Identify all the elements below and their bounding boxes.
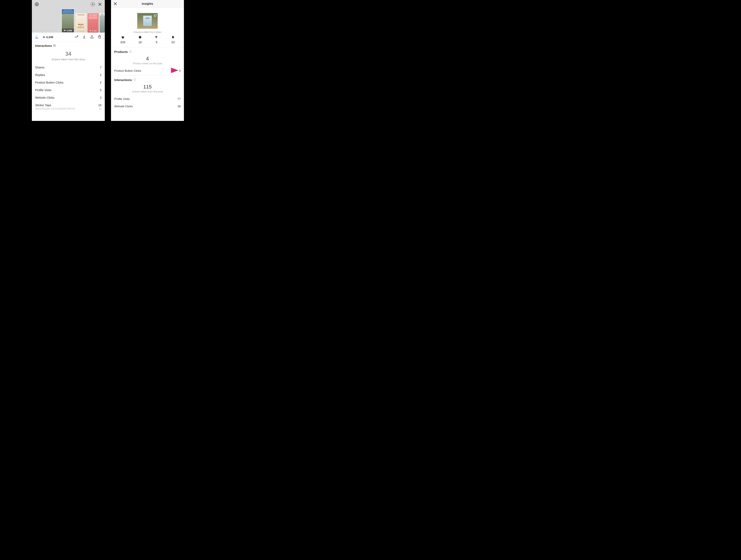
story-views-badge: 👁 3,320: [87, 30, 98, 32]
metric-sticker-taps: Sticker Taps16: [32, 101, 105, 108]
interactions-heading: Interactions: [111, 76, 184, 82]
interactions-subtitle: Actions taken from this story: [32, 57, 105, 64]
story-overlay-text: We're raffling off some pawsome purrizes…: [88, 14, 98, 19]
share-icon[interactable]: [90, 35, 94, 40]
annotation-arrow: [98, 78, 105, 87]
story-thumbnail[interactable]: TOMORROW MEWS&BREWS 👁 3,682: [75, 13, 86, 32]
metric-profile-visits: Profile Visits77: [111, 95, 184, 103]
metric-website-clicks: Website Clicks2: [32, 94, 105, 101]
story-views-badge: 👁 3,682: [75, 30, 86, 32]
story-overlay-text: CAT BACKPA: [100, 13, 105, 15]
annotation-arrow: [149, 66, 179, 74]
story-overlay-text: MEWS&BREWS: [75, 23, 86, 28]
active-story-caret: [67, 32, 70, 34]
close-icon[interactable]: [113, 1, 118, 6]
posted-timestamp: Posted on 08/07/19, 8:50am: [111, 29, 184, 35]
products-subtitle: Product views on this post: [111, 62, 184, 67]
insights-bar-icon[interactable]: [35, 35, 39, 40]
products-total: 4: [111, 54, 184, 62]
trash-icon[interactable]: [98, 35, 102, 40]
story-thumbnail[interactable]: We're raffling off some pawsome purrizes…: [87, 13, 98, 32]
story-insights-panel: We've got patches for backpacks, kitty h…: [32, 0, 105, 121]
bookmark-icon: [171, 36, 175, 40]
story-carousel-area: We've got patches for backpacks, kitty h…: [32, 0, 105, 32]
sticker-tap-detail: ADVENTURE CATS BADGE PATCH16: [32, 108, 105, 111]
metric-shares: Shares7: [32, 64, 105, 71]
interactions-total: 115: [111, 82, 184, 90]
download-icon[interactable]: [82, 35, 86, 40]
heart-icon: [121, 36, 124, 40]
info-icon[interactable]: [133, 78, 136, 82]
svg-rect-4: [155, 14, 156, 16]
metric-profile-visits: Profile Visits5: [32, 86, 105, 94]
promote-icon[interactable]: [75, 35, 78, 40]
story-views-badge: 👁 4,338: [62, 28, 74, 32]
interactions-heading: Interactions: [32, 42, 105, 48]
send-icon: [155, 36, 158, 40]
svg-point-5: [139, 36, 141, 39]
comment-icon: [138, 36, 142, 40]
story-thumbnail-active[interactable]: We've got patches for backpacks, kitty h…: [62, 9, 74, 32]
story-thumbnail-partial[interactable]: CAT BACKPA: [100, 13, 105, 32]
likes-count: 428: [120, 36, 125, 44]
shares-count: 9: [155, 36, 158, 44]
post-insights-panel: Insights Posted on 08/07/19, 8:50am 428 …: [111, 0, 184, 121]
insights-header: Insights: [111, 0, 184, 8]
info-icon[interactable]: [53, 44, 56, 48]
engagement-row: 428 18 9 23: [111, 35, 184, 48]
post-thumbnail[interactable]: [137, 13, 158, 29]
interactions-total: 34: [32, 48, 105, 57]
metric-website-clicks: Website Clicks38: [111, 103, 184, 110]
post-image-placeholder: [143, 15, 152, 26]
saves-count: 23: [171, 36, 175, 44]
metric-product-button-clicks: Product Button Clicks2: [32, 79, 105, 86]
svg-point-1: [36, 4, 38, 5]
carousel-icon: [154, 14, 157, 17]
products-heading: Products: [111, 48, 184, 54]
info-icon[interactable]: [129, 50, 132, 54]
stories-row[interactable]: We've got patches for backpacks, kitty h…: [32, 9, 105, 32]
settings-icon[interactable]: [35, 2, 39, 7]
story-banner: We've got patches for backpacks, kitty h…: [62, 9, 74, 14]
metric-product-button-clicks: Product Button Clicks2: [111, 67, 184, 74]
story-views-count: 4,338: [43, 36, 53, 39]
comments-count: 18: [138, 36, 142, 44]
metric-replies: Replies2: [32, 71, 105, 79]
save-download-icon[interactable]: [90, 2, 95, 7]
svg-point-0: [35, 3, 39, 6]
insights-title: Insights: [142, 2, 153, 5]
close-icon[interactable]: [98, 2, 102, 7]
interactions-subtitle: Actions taken from this post: [111, 90, 184, 95]
story-overlay-text: TOMORROW: [75, 14, 86, 15]
